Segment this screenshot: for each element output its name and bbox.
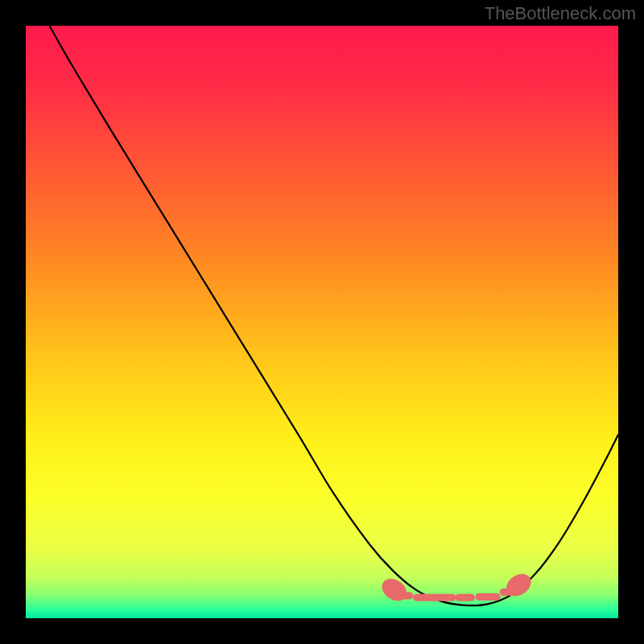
marker-layer bbox=[378, 569, 535, 605]
bottleneck-curve bbox=[49, 26, 618, 605]
watermark-text: TheBottleneck.com bbox=[485, 3, 636, 24]
chart-container: TheBottleneck.com bbox=[0, 0, 644, 644]
recommended-range-cap bbox=[502, 569, 535, 601]
chart-svg bbox=[26, 26, 618, 618]
curve-layer bbox=[49, 26, 618, 605]
recommended-range-cap bbox=[378, 574, 411, 605]
chart-area bbox=[26, 26, 618, 618]
